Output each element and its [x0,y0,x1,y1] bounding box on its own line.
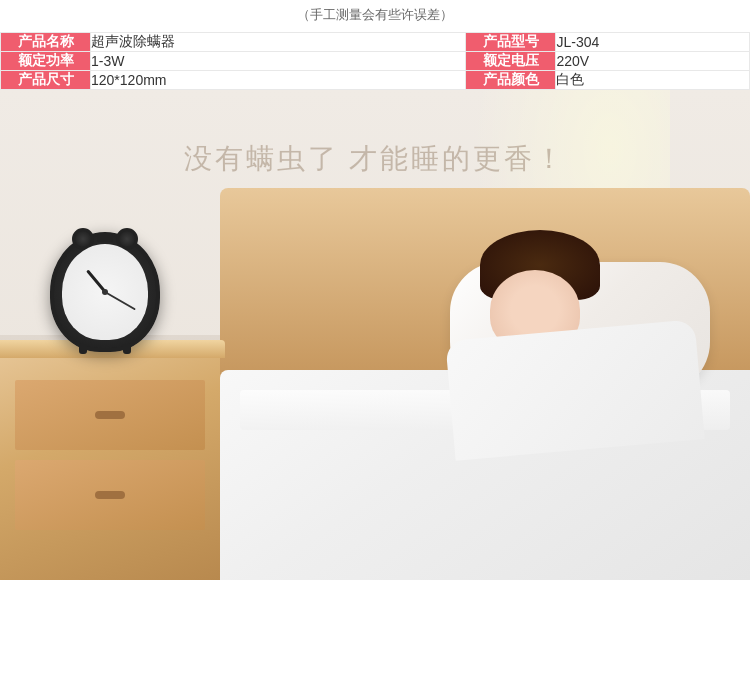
spec-label-size: 产品尺寸 [1,71,91,90]
spec-label-color: 产品颜色 [466,71,556,90]
clock-center [102,289,108,295]
clock-body [50,232,160,352]
drawer-handle-top [95,411,125,419]
spec-label-product-name: 产品名称 [1,33,91,52]
clock-minute-hand [105,291,136,310]
spec-label-product-model: 产品型号 [466,33,556,52]
specs-table: 产品名称 超声波除螨器 产品型号 JL-304 额定功率 1-3W 额定电压 2… [0,32,750,90]
table-row: 产品尺寸 120*120mm 产品颜色 白色 [1,71,750,90]
table-row: 额定功率 1-3W 额定电压 220V [1,52,750,71]
spec-value-voltage: 220V [556,52,750,71]
spec-value-size: 120*120mm [91,71,466,90]
spec-value-power: 1-3W [91,52,466,71]
alarm-clock [40,202,170,352]
room-background: 没有螨虫了 才能睡的更香！ [0,90,750,580]
clock-foot-right [123,344,131,354]
clock-foot-left [79,344,87,354]
spec-label-power: 额定功率 [1,52,91,71]
nightstand-drawer-top [15,380,205,450]
table-row: 产品名称 超声波除螨器 产品型号 JL-304 [1,33,750,52]
nightstand-drawer-bottom [15,460,205,530]
clock-face [62,244,148,340]
spec-value-product-name: 超声波除螨器 [91,33,466,52]
nightstand [0,340,220,580]
clock-hammer [97,234,113,242]
measurement-note: （手工测量会有些许误差） [0,0,750,32]
sleeping-person [400,270,700,450]
spec-label-voltage: 额定电压 [466,52,556,71]
bedroom-image: 没有螨虫了 才能睡的更香！ [0,90,750,580]
spec-value-color: 白色 [556,71,750,90]
person-body [445,319,705,460]
spec-value-product-model: JL-304 [556,33,750,52]
drawer-handle-bottom [95,491,125,499]
